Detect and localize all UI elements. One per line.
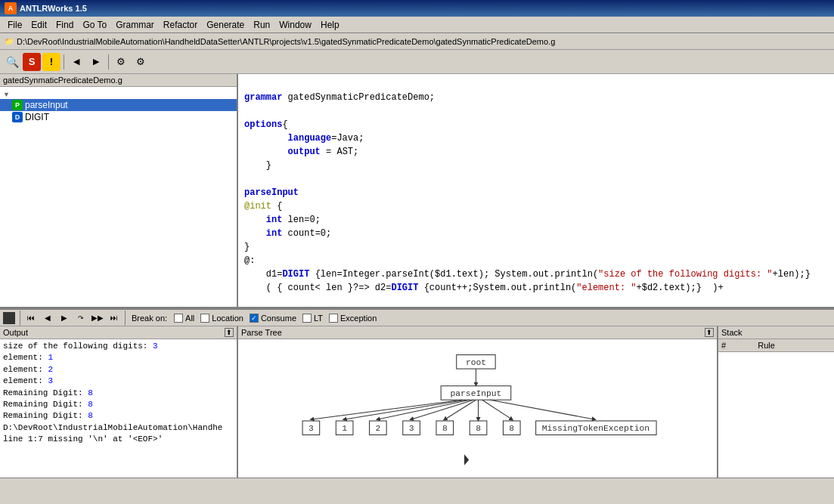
menu-file[interactable]: File [3, 18, 26, 32]
break-lt-check[interactable]: LT [302, 314, 323, 323]
step-skip-btn[interactable]: ▶▶ [90, 311, 105, 326]
menu-goto[interactable]: Go To [78, 18, 111, 32]
toolbar-icon-1: 🔍 [6, 56, 19, 68]
tree-item-DIGIT[interactable]: D DIGIT [0, 111, 237, 123]
svg-text:8: 8 [476, 424, 481, 433]
consume-label: Consume [261, 314, 296, 323]
step-back-btn[interactable]: ◀ [40, 311, 55, 326]
parse-tree-content: root parseInput 3 1 2 [238, 339, 717, 475]
stack-title: Stack [721, 328, 743, 337]
stack-header: Stack [718, 326, 834, 339]
play-btn[interactable]: ▶ [57, 311, 72, 326]
toolbar-btn-s[interactable]: S [23, 53, 41, 71]
consume-checkbox[interactable]: ✓ [250, 314, 259, 323]
svg-line-7 [312, 400, 462, 419]
app-icon: A [5, 2, 17, 14]
toolbar-forward[interactable]: ▶ [87, 53, 105, 71]
bottom-area: Output ⬆ size of the following digits: 3… [0, 326, 834, 478]
output-line-3: element: 2 [3, 364, 234, 376]
toolbar-btn-warn[interactable]: ! [42, 53, 60, 71]
h-scrollbar[interactable] [0, 478, 834, 487]
debug-toolbar: ⏮ ◀ ▶ ↷ ▶▶ ⏭ Break on: All Location ✓ Co… [0, 308, 834, 326]
parse-tree-expand-icon[interactable]: ⬆ [705, 328, 714, 337]
parse-tree-title: Parse Tree [241, 328, 282, 337]
path-icon: 📁 [5, 37, 14, 45]
lt-label: LT [314, 314, 323, 323]
menu-find[interactable]: Find [51, 18, 78, 32]
svg-text:parseInput: parseInput [451, 389, 502, 398]
stack-col-rule: Rule [755, 339, 834, 352]
break-all-check[interactable]: All [174, 314, 194, 323]
toolbar-back[interactable]: ◀ [67, 53, 85, 71]
step-fwd-btn[interactable]: ↷ [73, 311, 88, 326]
editor-line-13: @: [244, 255, 255, 266]
menu-generate[interactable]: Generate [202, 18, 249, 32]
menu-window[interactable]: Window [274, 18, 316, 32]
stop-btn[interactable] [3, 312, 15, 324]
toolbar-sep-1 [64, 54, 64, 70]
toolbar-btn-1[interactable]: 🔍 [3, 53, 21, 71]
title-bar: A ANTLRWorks 1.5 [0, 0, 834, 17]
output-line-6: Remaining Digit: 8 [3, 399, 234, 410]
stack-col-hash: # [718, 339, 755, 352]
lt-checkbox[interactable] [302, 314, 312, 323]
break-location-check[interactable]: Location [200, 314, 243, 323]
toolbar-warn-icon: ! [50, 56, 53, 67]
output-title: Output [3, 328, 28, 337]
output-line-4: element: 3 [3, 376, 234, 387]
step-first-btn[interactable]: ⏮ [23, 311, 39, 326]
menu-refactor[interactable]: Refactor [159, 18, 202, 32]
editor-panel[interactable]: grammar gatedSynmaticPredicateDemo; opti… [238, 74, 834, 307]
step-last-btn[interactable]: ⏭ [107, 311, 122, 326]
toolbar-icon-5: ⚙ [116, 56, 126, 67]
exception-label: Exception [340, 314, 377, 323]
tree-parseInput-icon: P [12, 100, 23, 110]
app-title: ANTLRWorks 1.5 [20, 4, 87, 13]
break-exception-check[interactable]: Exception [329, 314, 377, 323]
editor-line-8: parseInput [244, 187, 299, 198]
tree-item-root: ▼ [0, 90, 237, 99]
editor-content[interactable]: grammar gatedSynmaticPredicateDemo; opti… [238, 74, 834, 307]
tree-header-label: gatedSynmaticPredicateDemo.g [3, 76, 122, 85]
svg-line-28 [490, 400, 594, 419]
toolbar-btn-5[interactable]: ⚙ [112, 53, 130, 71]
parse-tree-panel: Parse Tree ⬆ root parseInput [238, 326, 717, 478]
break-on-label: Break on: [132, 314, 167, 323]
menu-bar: File Edit Find Go To Grammar Refactor Ge… [0, 17, 834, 33]
exception-checkbox[interactable] [329, 314, 338, 323]
editor-line-1: grammar gatedSynmaticPredicateDemo; [244, 92, 435, 103]
all-checkbox[interactable] [174, 314, 183, 323]
parse-tree-header: Parse Tree ⬆ [238, 326, 717, 339]
output-line-9: line 1:7 missing '\n' at '<EOF>' [3, 434, 234, 445]
location-checkbox[interactable] [200, 314, 209, 323]
path-bar: 📁 D:\DevRoot\IndustrialMobileAutomation\… [0, 33, 834, 50]
back-icon: ◀ [73, 57, 79, 66]
editor-line-12: } [244, 242, 250, 252]
break-consume-check[interactable]: ✓ Consume [250, 314, 296, 323]
menu-help[interactable]: Help [316, 18, 344, 32]
file-path: D:\DevRoot\IndustrialMobileAutomation\Ha… [17, 37, 555, 46]
editor-line-6: } [244, 160, 271, 171]
toolbar-s-icon: S [29, 56, 36, 67]
toolbar-icon-6: ⚙ [136, 56, 145, 67]
tree-DIGIT-icon: D [12, 112, 23, 122]
parse-tree-svg: root parseInput 3 1 2 [238, 339, 717, 475]
editor-line-3: options{ [244, 119, 288, 130]
output-content: size of the following digits: 3 element:… [0, 339, 237, 475]
menu-grammar[interactable]: Grammar [111, 18, 159, 32]
output-line-1: size of the following digits: 3 [3, 341, 234, 352]
editor-line-5: output = AST; [244, 147, 358, 157]
svg-text:root: root [466, 358, 486, 367]
editor-line-10: int len=0; [244, 215, 321, 225]
svg-text:MissingTokenException: MissingTokenException [542, 424, 650, 433]
editor-line-4: language=Java; [244, 133, 364, 144]
tree-item-parseInput[interactable]: P parseInput [0, 99, 237, 111]
forward-icon: ▶ [93, 57, 99, 66]
debug-sep-2 [125, 311, 126, 326]
menu-edit[interactable]: Edit [26, 18, 51, 32]
menu-run[interactable]: Run [249, 18, 274, 32]
toolbar-btn-6[interactable]: ⚙ [132, 53, 150, 71]
cursor-icon [464, 454, 469, 465]
svg-text:8: 8 [442, 424, 448, 433]
output-expand-icon[interactable]: ⬆ [225, 328, 234, 337]
